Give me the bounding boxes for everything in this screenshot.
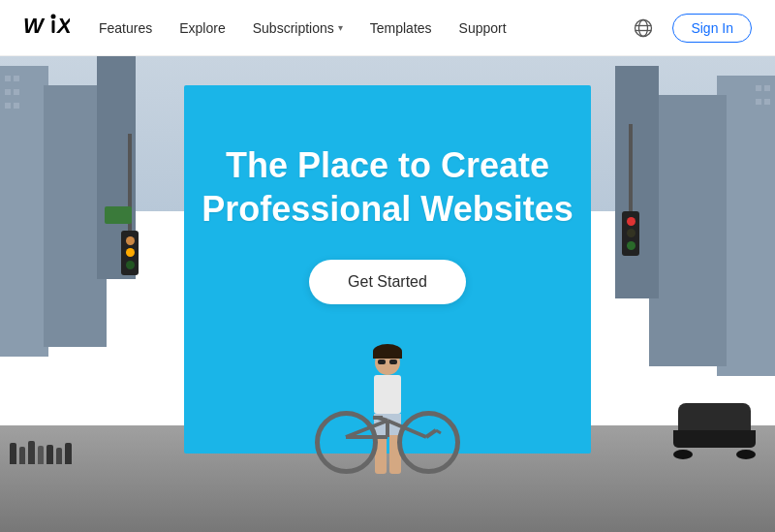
traffic-light-right xyxy=(622,124,639,256)
pedestrians-left xyxy=(10,441,72,464)
nav-features[interactable]: Features xyxy=(99,20,152,36)
globe-icon xyxy=(634,18,653,38)
logo[interactable]: W X xyxy=(23,12,70,44)
svg-line-9 xyxy=(388,421,426,437)
svg-point-1 xyxy=(51,15,56,19)
svg-text:W: W xyxy=(23,14,46,37)
svg-point-4 xyxy=(636,19,652,36)
nav-explore[interactable]: Explore xyxy=(179,20,225,36)
svg-rect-2 xyxy=(52,20,55,33)
cars-right xyxy=(673,403,756,464)
hero-section: The Place to Create Professional Website… xyxy=(0,56,775,532)
svg-line-12 xyxy=(426,430,436,437)
sign-in-button[interactable]: Sign In xyxy=(672,14,752,43)
svg-point-5 xyxy=(639,19,648,36)
traffic-light-left xyxy=(121,134,139,275)
nav-support[interactable]: Support xyxy=(459,20,507,36)
subscriptions-dropdown-icon: ▾ xyxy=(338,22,343,33)
right-buildings xyxy=(601,56,775,463)
svg-line-13 xyxy=(436,430,441,433)
nav-subscriptions[interactable]: Subscriptions ▾ xyxy=(253,20,343,36)
language-selector[interactable] xyxy=(630,15,657,42)
billboard-title: The Place to Create Professional Website… xyxy=(202,143,573,231)
navbar-right: Sign In xyxy=(630,14,752,43)
svg-line-8 xyxy=(346,421,388,437)
navbar: W X Features Explore Subscriptions ▾ Tem… xyxy=(0,0,775,56)
street-sign-left xyxy=(105,206,132,224)
nav-links: Features Explore Subscriptions ▾ Templat… xyxy=(99,20,630,36)
svg-text:X: X xyxy=(55,14,70,37)
wix-logo-text: W X xyxy=(23,12,70,44)
person-bike-figure xyxy=(310,290,465,484)
nav-templates[interactable]: Templates xyxy=(370,20,432,36)
